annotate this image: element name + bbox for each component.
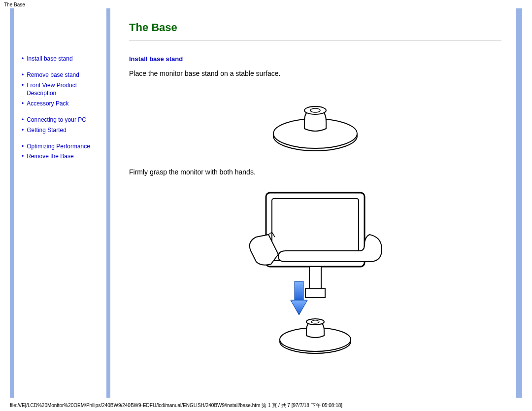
bullet-icon: •: [22, 71, 24, 79]
sidebar-item-label: Install base stand: [27, 55, 72, 63]
page-title: The Base: [129, 21, 501, 34]
step-text-2: Firmly grasp the monitor with both hands…: [129, 168, 501, 176]
sidebar-item-front-view[interactable]: • Front View Product Description: [22, 81, 102, 98]
svg-rect-7: [305, 289, 325, 298]
illustration-monitor-attach: [129, 188, 501, 355]
sidebar-item-label: Front View Product Description: [27, 81, 102, 98]
sidebar-item-accessory-pack[interactable]: • Accessory Pack: [22, 100, 102, 108]
sidebar-item-connecting-pc[interactable]: • Connecting to your PC: [22, 116, 102, 124]
sidebar-item-optimizing-performance[interactable]: • Optimizing Performance: [22, 142, 102, 151]
sidebar-item-label: Remove the Base: [27, 152, 73, 161]
sidebar-item-remove-base-stand[interactable]: • Remove base stand: [22, 71, 102, 79]
bullet-icon: •: [22, 100, 24, 108]
svg-rect-6: [309, 267, 321, 291]
bullet-icon: •: [22, 126, 24, 135]
page-tab-label: The Base: [0, 0, 532, 8]
svg-point-13: [311, 320, 319, 323]
sidebar-item-install-base-stand[interactable]: • Install base stand: [22, 55, 102, 63]
svg-point-3: [310, 108, 320, 112]
bullet-icon: •: [22, 81, 24, 90]
sidebar-item-label: Accessory Pack: [27, 100, 68, 108]
decor-bar-center: [106, 8, 110, 398]
sidebar-item-label: Optimizing Performance: [27, 142, 90, 151]
bullet-icon: •: [22, 152, 24, 161]
bullet-icon: •: [22, 116, 24, 124]
sidebar-item-label: Connecting to your PC: [27, 116, 86, 124]
sidebar-item-label: Getting Started: [27, 126, 66, 135]
sidebar-item-getting-started[interactable]: • Getting Started: [22, 126, 102, 135]
step-text-1: Place the monitor base stand on a stable…: [129, 69, 501, 77]
horizontal-rule: [129, 40, 501, 40]
sidebar-item-label: Remove base stand: [27, 71, 79, 79]
sidebar-item-remove-the-base[interactable]: • Remove the Base: [22, 152, 102, 161]
section-heading: Install base stand: [129, 55, 501, 63]
svg-rect-8: [295, 281, 303, 301]
sidebar: • Install base stand • Remove base stand…: [18, 8, 106, 398]
svg-marker-9: [291, 300, 307, 315]
footer-path: file:///E|/LCD%20Monitor%20OEM/Philips/2…: [10, 402, 342, 409]
bullet-icon: •: [22, 55, 24, 63]
bullet-icon: •: [22, 142, 24, 151]
content-pane: The Base Install base stand Place the mo…: [114, 8, 516, 398]
illustration-base-stand: [129, 89, 501, 153]
decor-bar-right: [516, 8, 522, 398]
decor-bar-left: [10, 8, 14, 398]
